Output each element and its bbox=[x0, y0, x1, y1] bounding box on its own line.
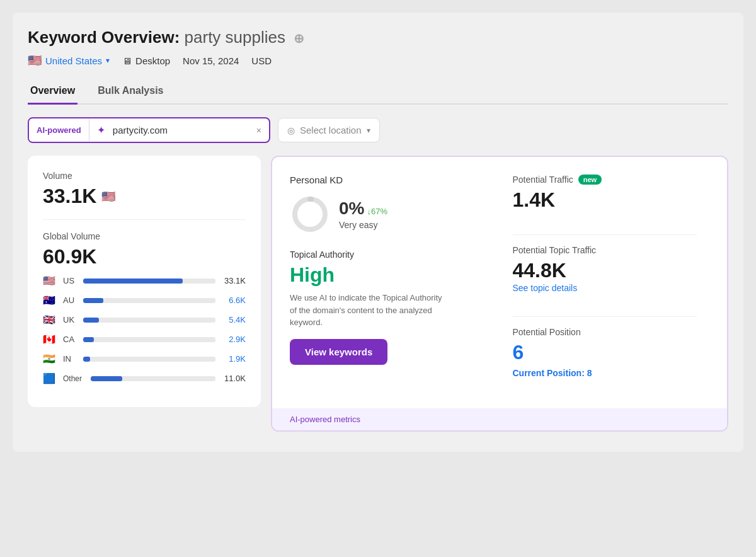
potential-traffic-block: Potential Traffic new 1.4K bbox=[513, 175, 697, 212]
location-chevron-icon: ▾ bbox=[367, 126, 370, 135]
volume-number: 33.1K bbox=[43, 185, 96, 208]
potential-traffic-label: Potential Traffic new bbox=[513, 175, 697, 185]
currency-label: USD bbox=[251, 55, 272, 66]
clear-icon[interactable]: × bbox=[249, 119, 269, 142]
tab-bar: Overview Bulk Analysis bbox=[28, 79, 728, 105]
svg-point-0 bbox=[295, 199, 325, 229]
location-selector[interactable]: ◎ Select location ▾ bbox=[278, 118, 380, 142]
value-uk: 5.4K bbox=[220, 315, 246, 324]
code-in: IN bbox=[63, 354, 78, 364]
location-placeholder: Select location bbox=[300, 125, 362, 135]
country-flag: 🇺🇸 bbox=[28, 54, 42, 67]
title-prefix: Keyword Overview: bbox=[28, 28, 180, 47]
country-row-in: 🇮🇳 IN 1.9K bbox=[43, 353, 246, 365]
add-keyword-icon[interactable]: ⊕ bbox=[294, 32, 304, 45]
bar-uk bbox=[83, 318, 215, 323]
potential-topic-traffic-label: Potential Topic Traffic bbox=[513, 245, 697, 255]
insights-card-inner: Personal KD 0% ↓67% bbox=[272, 157, 727, 408]
volume-card: Volume 33.1K 🇺🇸 Global Volume 60.9K 🇺🇸 U… bbox=[28, 156, 261, 407]
value-ca: 2.9K bbox=[220, 335, 246, 344]
bar-us bbox=[83, 278, 215, 284]
country-row-us: 🇺🇸 US 33.1K bbox=[43, 275, 246, 287]
volume-label: Volume bbox=[43, 171, 246, 181]
insights-grid: Personal KD 0% ↓67% bbox=[290, 175, 709, 391]
search-row: AI-powered ✦ × ◎ Select location ▾ bbox=[28, 117, 728, 143]
bar-au bbox=[83, 298, 215, 303]
bar-in bbox=[83, 357, 215, 362]
sparkle-icon: ✦ bbox=[97, 124, 105, 136]
search-wrapper: AI-powered ✦ × bbox=[28, 117, 270, 143]
potential-topic-traffic-block: Potential Topic Traffic 44.8K See topic … bbox=[513, 245, 697, 294]
ai-badge: AI-powered bbox=[29, 119, 89, 141]
country-selector[interactable]: 🇺🇸 United States ▾ bbox=[28, 54, 110, 67]
chevron-down-icon: ▾ bbox=[106, 56, 110, 65]
domain-search-input[interactable] bbox=[110, 118, 249, 142]
tab-overview[interactable]: Overview bbox=[28, 79, 77, 105]
code-uk: UK bbox=[63, 315, 78, 324]
view-keywords-button[interactable]: View keywords bbox=[290, 339, 387, 365]
personal-kd-label: Personal KD bbox=[290, 175, 487, 185]
country-row-au: 🇦🇺 AU 6.6K bbox=[43, 294, 246, 306]
code-ca: CA bbox=[63, 335, 78, 344]
value-other: 11.0K bbox=[220, 374, 246, 383]
potential-position-value: 6 bbox=[513, 341, 697, 364]
code-us: US bbox=[63, 276, 78, 285]
topical-authority-desc: We use AI to indicate the Topical Author… bbox=[290, 292, 447, 329]
tab-bulk-analysis[interactable]: Bulk Analysis bbox=[95, 79, 166, 105]
country-row-other: 🟦 Other 11.0K bbox=[43, 372, 246, 384]
flag-us: 🇺🇸 bbox=[43, 275, 58, 287]
kd-topical-col: Personal KD 0% ↓67% bbox=[290, 175, 500, 391]
country-row-ca: 🇨🇦 CA 2.9K bbox=[43, 333, 246, 345]
potential-position-text: Potential Position bbox=[513, 327, 581, 337]
kd-donut-chart bbox=[290, 194, 330, 234]
desktop-icon: 🖥 bbox=[122, 55, 132, 66]
current-position-value: 8 bbox=[587, 368, 592, 378]
bar-ca bbox=[83, 337, 215, 342]
flag-uk: 🇬🇧 bbox=[43, 314, 58, 326]
volume-flag: 🇺🇸 bbox=[101, 190, 115, 204]
metric-divider-2 bbox=[513, 316, 697, 317]
insights-card: Personal KD 0% ↓67% bbox=[271, 156, 728, 432]
bar-other bbox=[91, 376, 215, 381]
see-topic-details-link[interactable]: See topic details bbox=[513, 283, 578, 293]
volume-value: 33.1K 🇺🇸 bbox=[43, 185, 246, 208]
kd-percent-block: 0% ↓67% Very easy bbox=[339, 198, 387, 230]
global-volume-label: Global Volume bbox=[43, 231, 246, 241]
cards-row: Volume 33.1K 🇺🇸 Global Volume 60.9K 🇺🇸 U… bbox=[28, 156, 728, 432]
global-volume-value: 60.9K bbox=[43, 245, 246, 268]
kd-change: ↓67% bbox=[367, 207, 387, 216]
value-in: 1.9K bbox=[220, 354, 246, 364]
country-name: United States bbox=[45, 55, 102, 66]
global-volume-number: 60.9K bbox=[43, 245, 96, 268]
country-row-uk: 🇬🇧 UK 5.4K bbox=[43, 314, 246, 326]
topical-authority-value: High bbox=[290, 263, 487, 287]
kd-percent-value: 0% bbox=[339, 198, 364, 219]
flag-in: 🇮🇳 bbox=[43, 353, 58, 365]
flag-other: 🟦 bbox=[43, 372, 58, 384]
potential-topic-traffic-value: 44.8K bbox=[513, 259, 697, 282]
current-position-text: Current Position: 8 bbox=[513, 368, 697, 378]
traffic-position-col: Potential Traffic new 1.4K Potential Top… bbox=[500, 175, 710, 391]
device-selector: 🖥 Desktop bbox=[122, 55, 170, 66]
keyword-text: party supplies bbox=[185, 28, 285, 47]
ai-powered-footer: AI-powered metrics bbox=[272, 408, 727, 430]
topical-authority-label: Topical Authority bbox=[290, 250, 487, 260]
flag-au: 🇦🇺 bbox=[43, 294, 58, 306]
country-bars: 🇺🇸 US 33.1K 🇦🇺 AU 6.6K 🇬🇧 UK bbox=[43, 275, 246, 384]
code-other: Other bbox=[63, 374, 86, 383]
value-au: 6.6K bbox=[220, 296, 246, 305]
donut-row: 0% ↓67% Very easy bbox=[290, 194, 487, 234]
date-label: Nov 15, 2024 bbox=[183, 55, 239, 66]
potential-traffic-value: 1.4K bbox=[513, 188, 697, 212]
location-icon: ◎ bbox=[287, 125, 295, 135]
metric-divider-1 bbox=[513, 234, 697, 235]
right-metrics: Potential Traffic new 1.4K Potential Top… bbox=[513, 175, 697, 391]
flag-ca: 🇨🇦 bbox=[43, 333, 58, 345]
code-au: AU bbox=[63, 296, 78, 305]
kd-easy-label: Very easy bbox=[339, 220, 387, 230]
current-position-label: Current Position: bbox=[513, 368, 585, 378]
header-meta: 🇺🇸 United States ▾ 🖥 Desktop Nov 15, 202… bbox=[28, 54, 728, 67]
potential-position-block: Potential Position 6 Current Position: 8 bbox=[513, 327, 697, 378]
value-us: 33.1K bbox=[220, 276, 246, 285]
potential-traffic-text: Potential Traffic bbox=[513, 175, 573, 185]
